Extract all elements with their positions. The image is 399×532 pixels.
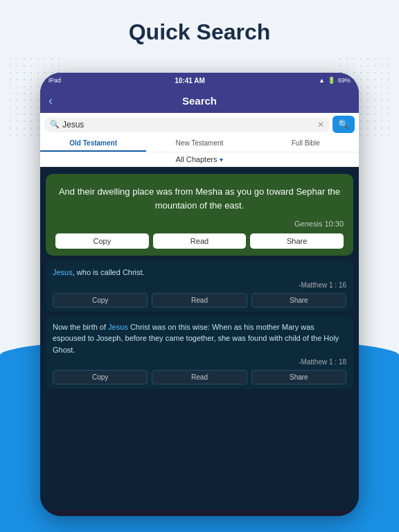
verse-text-after: , who is called Christ. bbox=[73, 268, 145, 276]
nav-bar: ‹ Search bbox=[40, 88, 359, 113]
tab-full-bible[interactable]: Full Bible bbox=[253, 136, 359, 152]
status-time: 10:41 AM bbox=[175, 77, 205, 85]
search-input-wrap[interactable]: 🔍 Jesus ✕ bbox=[44, 117, 330, 132]
featured-copy-button[interactable]: Copy bbox=[55, 233, 149, 249]
page-title: Quick Search bbox=[0, 0, 399, 57]
nav-title: Search bbox=[182, 95, 217, 107]
battery-icon: 🔋 bbox=[328, 77, 335, 84]
result-copy-button-1[interactable]: Copy bbox=[53, 293, 148, 308]
tab-new-testament[interactable]: New Testament bbox=[146, 136, 252, 152]
result-actions-2: Copy Read Share bbox=[53, 370, 346, 384]
tab-old-testament[interactable]: Old Testament bbox=[40, 136, 146, 152]
result-read-button-2[interactable]: Read bbox=[152, 370, 247, 384]
back-button[interactable]: ‹ bbox=[48, 94, 53, 108]
result-share-button-2[interactable]: Share bbox=[251, 370, 346, 384]
featured-card-actions: Copy Read Share bbox=[55, 233, 344, 249]
search-query: Jesus bbox=[62, 120, 314, 130]
result-copy-button-2[interactable]: Copy bbox=[53, 370, 148, 384]
result-actions-1: Copy Read Share bbox=[53, 293, 346, 308]
featured-verse-text: And their dwelling place was from Mesha … bbox=[55, 185, 344, 213]
featured-share-button[interactable]: Share bbox=[250, 233, 344, 249]
verse-text-before-2: Now the birth of bbox=[53, 323, 108, 331]
verse-highlight-2: Jesus bbox=[108, 323, 128, 331]
search-clear-icon[interactable]: ✕ bbox=[317, 120, 324, 130]
featured-verse-reference: Genesis 10:30 bbox=[55, 220, 344, 228]
result-verse-text-2: Now the birth of Jesus Christ was on thi… bbox=[53, 321, 346, 356]
scroll-content: And their dwelling place was from Mesha … bbox=[40, 167, 359, 511]
result-verse-ref-2: -Matthew 1 : 18 bbox=[53, 358, 346, 366]
result-read-button-1[interactable]: Read bbox=[152, 293, 247, 308]
result-item-2: Now the birth of Jesus Christ was on thi… bbox=[46, 316, 353, 389]
status-device: iPad bbox=[48, 77, 61, 84]
featured-read-button[interactable]: Read bbox=[153, 233, 247, 249]
chapter-selector[interactable]: All Chapters ▾ bbox=[40, 152, 359, 167]
battery-level: 69% bbox=[338, 77, 351, 84]
result-verse-ref-1: -Matthew 1 : 16 bbox=[53, 281, 346, 289]
result-share-button-1[interactable]: Share bbox=[251, 293, 346, 308]
featured-verse-card: And their dwelling place was from Mesha … bbox=[46, 174, 353, 256]
search-icon: 🔍 bbox=[50, 120, 60, 129]
verse-highlight: Jesus bbox=[53, 268, 73, 276]
result-verse-text-1: Jesus, who is called Christ. bbox=[53, 267, 346, 278]
wifi-icon: ▲ bbox=[319, 77, 325, 84]
chapter-selector-label: All Chapters bbox=[176, 155, 218, 163]
filter-tabs: Old Testament New Testament Full Bible bbox=[40, 136, 359, 152]
status-bar: iPad 10:41 AM ▲ 🔋 69% bbox=[40, 73, 359, 88]
search-bar: 🔍 Jesus ✕ 🔍 bbox=[40, 113, 359, 136]
chapter-arrow-icon: ▾ bbox=[220, 156, 223, 163]
status-right: ▲ 🔋 69% bbox=[319, 77, 351, 84]
search-submit-button[interactable]: 🔍 bbox=[332, 116, 355, 133]
device-frame: iPad 10:41 AM ▲ 🔋 69% ‹ Search 🔍 Jesus ✕… bbox=[40, 73, 359, 516]
result-item: Jesus, who is called Christ. -Matthew 1 … bbox=[46, 261, 353, 312]
